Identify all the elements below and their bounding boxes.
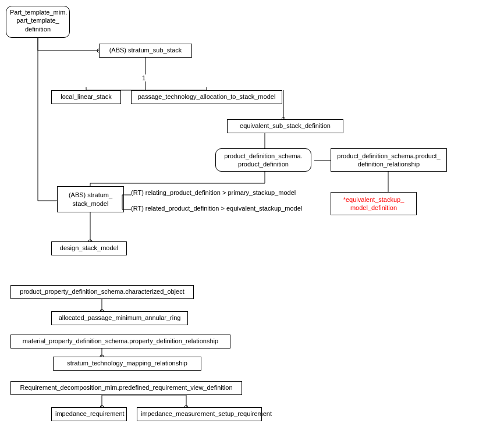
connector-lines [0, 0, 504, 441]
req-decomp-node: Requirement_decomposition_mim.predefined… [10, 381, 242, 395]
passage-tech-alloc-node: passage_technology_allocation_to_stack_m… [131, 90, 282, 104]
stratum-sub-stack-node: (ABS) stratum_sub_stack [99, 44, 192, 58]
stratum-tech-map-node: stratum_technology_mapping_relationship [53, 357, 201, 371]
impedance-req-node: impedance_requirement [51, 407, 127, 421]
rt-label-1: (RT) relating_product_definition > prima… [131, 189, 296, 196]
uml-diagram: Part_template_mim.part_template_definiti… [0, 0, 504, 441]
equiv-sub-stack-node: equivalent_sub_stack_definition [227, 119, 343, 133]
stratum-stack-model-node: (ABS) stratum_stack_model [57, 186, 124, 212]
design-stack-model-node: design_stack_model [51, 241, 127, 255]
impedance-meas-node: impedance_measurement_setup_requirement [137, 407, 262, 421]
local-linear-stack-node: local_linear_stack [51, 90, 121, 104]
material-prop-def-node: material_property_definition_schema.prop… [10, 335, 230, 348]
rt-label-2: (RT) related_product_definition > equiva… [131, 205, 302, 212]
part-template-node: Part_template_mim.part_template_definiti… [6, 6, 70, 38]
alloc-passage-node: allocated_passage_minimum_annular_ring [51, 311, 188, 325]
count-label: 1 [142, 74, 145, 81]
product-def-schema-node: product_definition_schema.product_defini… [215, 148, 311, 172]
prod-prop-def-node: product_property_definition_schema.chara… [10, 285, 194, 299]
product-def-rel-node: product_definition_schema.product_defini… [331, 148, 447, 172]
equiv-stackup-def-node: *equivalent_stackup_model_definition [331, 192, 417, 215]
